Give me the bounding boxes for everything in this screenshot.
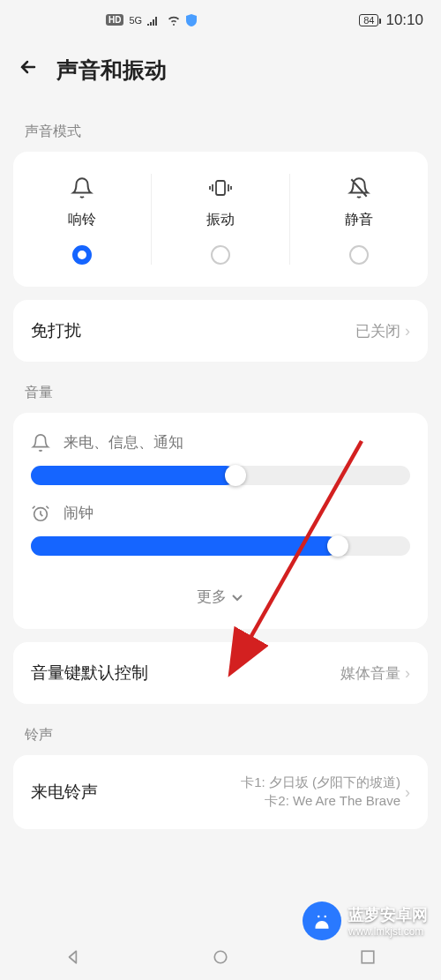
volume-calls: 来电、信息、通知	[31, 432, 410, 485]
sound-mode-card: 响铃 振动 静音	[13, 152, 428, 287]
ringtone-section-label: 铃声	[0, 704, 441, 755]
volume-key-card: 音量键默认控制 媒体音量 ›	[13, 642, 428, 704]
svg-rect-0	[216, 181, 225, 195]
alarm-icon	[31, 504, 50, 523]
bell-off-icon	[348, 174, 370, 202]
radio-vibrate[interactable]	[211, 245, 230, 265]
svg-point-4	[214, 951, 227, 963]
chevron-right-icon: ›	[405, 322, 410, 340]
sound-mode-silent[interactable]: 静音	[290, 174, 428, 265]
signal-icon	[147, 15, 161, 26]
sound-mode-vibrate[interactable]: 振动	[152, 174, 290, 265]
ringtone-title: 来电铃声	[31, 781, 98, 804]
page-header: 声音和振动	[0, 40, 441, 101]
radio-silent[interactable]	[349, 245, 369, 265]
volume-key-title: 音量键默认控制	[31, 662, 148, 685]
network-indicator: 5G	[129, 15, 142, 26]
bell-outline-icon	[31, 433, 50, 453]
volume-key-row[interactable]: 音量键默认控制 媒体音量 ›	[13, 642, 428, 704]
wifi-icon	[167, 15, 181, 26]
ringtone-card: 来电铃声 卡1: 夕日坂 (夕阳下的坡道) 卡2: We Are The Bra…	[13, 755, 428, 829]
slider-alarm[interactable]	[31, 536, 410, 556]
radio-ring[interactable]	[72, 245, 92, 265]
vibrate-icon	[208, 174, 233, 202]
more-button[interactable]: 更多	[31, 573, 410, 625]
volume-card: 来电、信息、通知 闹钟 更多	[13, 413, 428, 629]
nav-home[interactable]	[213, 949, 228, 969]
dnd-title: 免打扰	[31, 319, 81, 342]
watermark-title: 蓝萝安卓网	[348, 904, 428, 925]
watermark-url: www.lmkjst.com	[348, 925, 423, 938]
hd-badge: HD	[106, 14, 123, 26]
sound-mode-ring[interactable]: 响铃	[13, 174, 152, 265]
dnd-row[interactable]: 免打扰 已关闭 ›	[13, 300, 428, 362]
dnd-value: 已关闭	[355, 321, 400, 341]
bell-icon	[71, 174, 93, 202]
ringtone-row[interactable]: 来电铃声 卡1: 夕日坂 (夕阳下的坡道) 卡2: We Are The Bra…	[13, 755, 428, 829]
volume-key-value: 媒体音量	[340, 663, 400, 684]
watermark-logo-icon	[303, 901, 341, 940]
navigation-bar	[0, 938, 441, 980]
volume-alarm: 闹钟	[31, 503, 410, 556]
svg-rect-5	[362, 951, 374, 963]
status-bar: HD 5G 84 10:10	[0, 0, 441, 40]
volume-section-label: 音量	[0, 362, 441, 413]
page-title: 声音和振动	[56, 56, 167, 85]
chevron-right-icon: ›	[405, 783, 410, 802]
ringtone-sim1: 卡1: 夕日坂 (夕阳下的坡道)	[241, 774, 400, 791]
chevron-right-icon: ›	[405, 664, 410, 683]
clock: 10:10	[385, 11, 423, 29]
dnd-card: 免打扰 已关闭 ›	[13, 300, 428, 362]
watermark: 蓝萝安卓网 www.lmkjst.com	[303, 901, 428, 940]
shield-icon	[186, 14, 197, 26]
battery-indicator: 84	[359, 14, 378, 26]
slider-calls[interactable]	[31, 466, 410, 485]
nav-back[interactable]	[65, 949, 81, 969]
chevron-down-icon	[230, 590, 244, 604]
back-button[interactable]	[18, 56, 39, 84]
ringtone-sim2: 卡2: We Are The Brave	[265, 793, 400, 810]
nav-recent[interactable]	[360, 949, 376, 969]
sound-mode-section-label: 声音模式	[0, 101, 441, 152]
